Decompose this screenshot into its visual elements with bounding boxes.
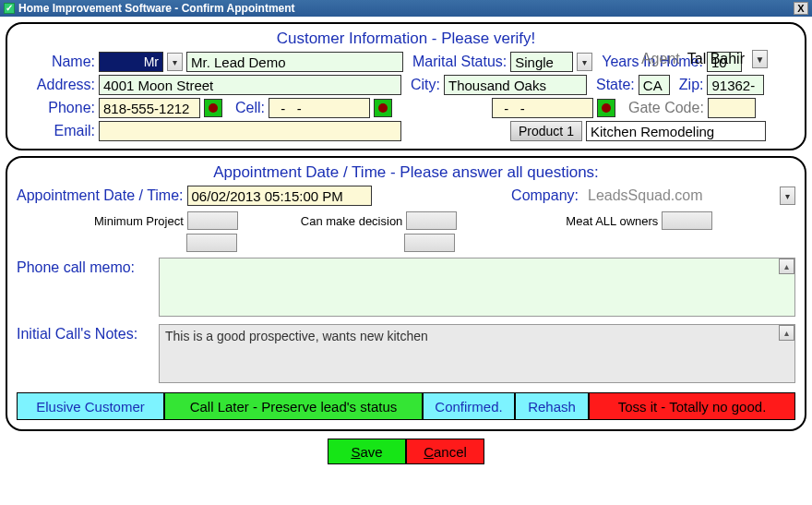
- gate-input[interactable]: [708, 98, 756, 118]
- product1-button[interactable]: Product 1: [510, 121, 582, 141]
- phone3-status-icon[interactable]: [597, 99, 615, 117]
- marital-input[interactable]: [510, 52, 573, 72]
- address-input[interactable]: [99, 75, 401, 95]
- company-value: LeadsSquad.com: [582, 187, 776, 204]
- marital-label: Marital Status:: [412, 54, 507, 70]
- phone3-input[interactable]: [492, 98, 593, 118]
- state-label: State:: [596, 77, 635, 93]
- confirmed-button[interactable]: Confirmed.: [423, 392, 515, 420]
- salutation-dropdown-icon[interactable]: ▾: [167, 53, 183, 71]
- name-input[interactable]: [186, 52, 403, 72]
- marital-dropdown-icon[interactable]: ▾: [577, 53, 592, 71]
- decision-field[interactable]: [406, 211, 457, 230]
- address-label: Address:: [17, 77, 95, 93]
- appointment-panel: Appointment Date / Time - Please answer …: [6, 156, 806, 431]
- agent-dropdown[interactable]: ▼: [752, 50, 768, 68]
- window-title-bar: ✓ Home Improvement Software - Confirm Ap…: [0, 0, 812, 17]
- notes-textarea[interactable]: This is a good prospective, wants new ki…: [159, 324, 795, 383]
- cell-status-icon[interactable]: [374, 99, 392, 117]
- phone-input[interactable]: [99, 98, 200, 118]
- min-project-field2[interactable]: [186, 234, 237, 252]
- customer-title: Customer Information - Please verify!: [17, 30, 795, 48]
- cancel-button[interactable]: Cancel: [406, 439, 484, 464]
- min-project-field[interactable]: [187, 211, 238, 230]
- owners-field[interactable]: [662, 211, 712, 230]
- memo-textarea[interactable]: ▴: [159, 258, 795, 317]
- city-label: City:: [411, 77, 440, 93]
- disposition-bar: Elusive Customer Call Later - Preserve l…: [17, 392, 795, 420]
- phone-label: Phone:: [17, 100, 95, 116]
- decision-label: Can make decision: [301, 214, 403, 228]
- close-button[interactable]: X: [794, 2, 808, 15]
- product-input[interactable]: [586, 121, 766, 141]
- cell-label: Cell:: [235, 100, 265, 116]
- bottom-bar: Save Cancel: [6, 439, 806, 464]
- zip-input[interactable]: [707, 75, 764, 95]
- company-label: Company:: [511, 187, 579, 204]
- zip-label: Zip:: [679, 77, 704, 93]
- email-label: Email:: [17, 123, 95, 139]
- min-project-label: Minimum Project: [94, 214, 184, 228]
- agent-value: Tal Bahir: [687, 51, 745, 67]
- name-label: Name:: [17, 54, 95, 70]
- window-title: Home Improvement Software - Confirm Appo…: [18, 2, 295, 15]
- city-input[interactable]: [444, 75, 587, 95]
- gate-label: Gate Code:: [628, 100, 704, 116]
- app-icon: ✓: [4, 3, 15, 14]
- notes-scroll-up-icon[interactable]: ▴: [779, 325, 794, 341]
- company-dropdown[interactable]: ▾: [780, 186, 795, 205]
- elusive-button[interactable]: Elusive Customer: [17, 392, 164, 420]
- salutation-select[interactable]: Mr: [99, 52, 163, 72]
- memo-label: Phone call memo:: [17, 258, 155, 276]
- toss-button[interactable]: Toss it - Totally no good.: [589, 392, 795, 420]
- owners-label: Meat ALL owners: [566, 214, 658, 228]
- notes-label: Initial Call's Notes:: [17, 324, 155, 343]
- agent-label: Agent: [641, 51, 680, 67]
- dt-label: Appointment Date / Time:: [17, 187, 184, 204]
- dt-input[interactable]: [187, 186, 372, 206]
- call-later-button[interactable]: Call Later - Preserve lead's status: [164, 392, 423, 420]
- rehash-button[interactable]: Rehash: [515, 392, 589, 420]
- email-input[interactable]: [99, 121, 401, 141]
- state-input[interactable]: [639, 75, 670, 95]
- customer-panel: Customer Information - Please verify! Ag…: [6, 22, 806, 150]
- appointment-title: Appointment Date / Time - Please answer …: [17, 163, 795, 182]
- phone-status-icon[interactable]: [204, 99, 222, 117]
- memo-scroll-up-icon[interactable]: ▴: [779, 259, 794, 274]
- save-button[interactable]: Save: [328, 439, 406, 464]
- notes-text: This is a good prospective, wants new ki…: [160, 325, 794, 347]
- decision-field2[interactable]: [404, 234, 455, 252]
- cell-input[interactable]: [269, 98, 370, 118]
